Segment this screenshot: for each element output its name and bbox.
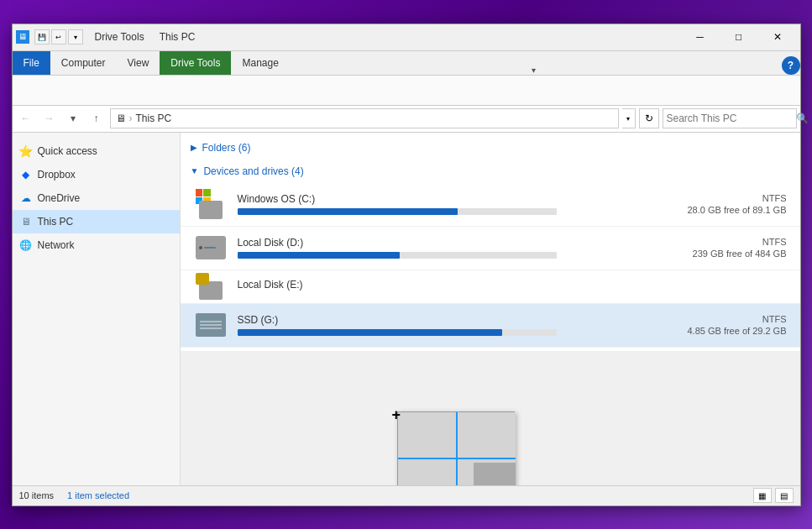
drive-info-e: Local Disk (E:) [238,279,787,294]
qa-dropdown-btn[interactable]: ▾ [68,29,83,45]
path-pc-icon: 🖥 [116,113,126,124]
qa-save-btn[interactable]: 💾 [34,29,50,45]
address-path[interactable]: 🖥 › This PC [110,108,619,128]
file-pane: ▶ Folders (6) ▼ Devices and drives (4) [181,133,800,351]
drive-item-e[interactable]: Local Disk (E:) [181,270,800,304]
view-icons: ▦ ▤ [753,488,794,503]
d-hdd-slot [204,247,216,249]
address-dropdown[interactable]: ▾ [622,108,636,128]
drive-space-d: 239 GB free of 484 GB [661,249,787,259]
progress-fill-d [238,252,401,259]
drive-icon-e [194,270,228,303]
drive-item-c[interactable]: Windows OS (C:) NTFS 28.0 GB free of 89.… [181,183,800,227]
devices-section-header[interactable]: ▼ Devices and drives (4) [181,160,800,183]
tab-view[interactable]: View [117,51,160,75]
drive-fs-c: NTFS [661,193,787,203]
drive-name-g: SSD (G:) [238,314,651,326]
ribbon-chevron[interactable]: ▾ [532,65,536,75]
onedrive-icon: ☁ [19,191,33,205]
d-hdd-body [196,236,226,259]
folders-section-header[interactable]: ▶ Folders (6) [181,136,800,160]
drive-icon-d [194,231,228,264]
sidebar-item-network[interactable]: 🌐 Network [13,233,180,257]
drive-info-g: SSD (G:) [238,314,651,336]
windows-drive-visual [196,189,226,219]
drive-name-c: Windows OS (C:) [238,193,651,205]
network-icon: 🌐 [19,238,33,252]
sidebar-label-quick-access: Quick access [38,145,97,157]
main-content: ⭐ Quick access ◆ Dropbox ☁ OneDrive 🖥 Th… [13,133,800,485]
progress-bg-d [238,252,557,259]
c-hdd-shape [199,201,223,219]
window-icon: 🖥 [16,30,29,44]
title-bar-right: ─ □ ✕ [681,24,797,50]
ssd-line-2 [200,324,222,326]
preview-dark-region [474,463,516,485]
title-bar: 🖥 💾 ↩ ▾ Drive Tools This PC ─ □ ✕ [13,24,800,51]
progress-fill-g [238,329,502,336]
up-button[interactable]: ↑ [86,108,107,128]
tab-manage[interactable]: Manage [231,51,289,75]
star-icon: ⭐ [19,144,33,158]
sidebar-item-onedrive[interactable]: ☁ OneDrive [13,186,180,210]
sidebar-label-this-pc: This PC [38,216,74,228]
sidebar-item-this-pc[interactable]: 🖥 This PC [13,210,180,233]
search-input[interactable] [667,113,793,124]
tab-file[interactable]: File [13,51,50,75]
drive-space-g: 4.85 GB free of 29.2 GB [661,326,787,336]
back-button[interactable]: ← [16,108,36,128]
drive-meta-d: NTFS 239 GB free of 484 GB [661,237,787,259]
items-count: 10 items [19,490,55,500]
sidebar-label-dropbox: Dropbox [38,169,76,181]
win-quad-2 [203,189,211,196]
minimize-button[interactable]: ─ [681,24,720,50]
qa-undo-btn[interactable]: ↩ [51,29,66,45]
file-pane-wrapper: ▶ Folders (6) ▼ Devices and drives (4) [181,133,800,485]
refresh-button[interactable]: ↻ [639,108,659,128]
sidebar: ⭐ Quick access ◆ Dropbox ☁ OneDrive 🖥 Th… [13,133,181,485]
drive-name-e: Local Disk (E:) [238,279,787,291]
sidebar-item-dropbox[interactable]: ◆ Dropbox [13,163,180,186]
preview-popup: (460 , 419) 217, 217, 217 [397,411,515,485]
progress-fill-c [238,208,458,215]
tab-computer[interactable]: Computer [50,51,117,75]
help-button[interactable]: ? [782,56,800,75]
progress-bg-g [238,329,557,336]
drive-info-d: Local Disk (D:) [238,237,651,259]
recent-locations-button[interactable]: ▾ [63,108,83,128]
window-title: This PC [160,31,196,43]
sidebar-label-onedrive: OneDrive [38,192,81,204]
devices-chevron: ▼ [191,166,199,175]
maximize-button[interactable]: □ [720,24,758,50]
status-bar: 10 items 1 item selected ▦ ▤ [13,485,800,505]
ribbon-bar [13,75,800,105]
preview-image [398,412,516,485]
drive-fs-d: NTFS [661,237,787,247]
drive-item-d[interactable]: Local Disk (D:) NTFS 239 GB free of 484 … [181,227,800,270]
ribbon-tabs: File Computer View Drive Tools Manage ▾ … [13,51,800,75]
ssd-line-3 [200,327,222,329]
sidebar-item-quick-access[interactable]: ⭐ Quick access [13,139,180,163]
drive-icon-g [194,308,228,342]
d-drive-visual [196,236,226,259]
view-list-button[interactable]: ▤ [775,488,794,503]
drive-item-g[interactable]: SSD (G:) NTFS 4.85 GB free of 29.2 GB [181,304,800,348]
tab-drive-tools[interactable]: Drive Tools [160,51,231,75]
drive-meta-c: NTFS 28.0 GB free of 89.1 GB [661,193,787,215]
search-icon: 🔍 [796,113,809,124]
close-button[interactable]: ✕ [758,24,797,50]
ssd-line-1 [200,321,222,322]
search-box[interactable]: 🔍 [663,108,797,128]
title-bar-left: 🖥 💾 ↩ ▾ Drive Tools This PC [16,29,681,45]
win-quad-1 [196,189,203,196]
e-hdd-gold [196,273,209,285]
view-tiles-button[interactable]: ▦ [753,488,772,503]
address-bar: ← → ▾ ↑ 🖥 › This PC ▾ ↻ 🔍 [13,106,800,133]
forward-button[interactable]: → [39,108,60,128]
d-hdd-dot [199,246,202,249]
drive-info-c: Windows OS (C:) [238,193,651,215]
ssd-visual [196,313,226,337]
explorer-window: 🖥 💾 ↩ ▾ Drive Tools This PC ─ □ ✕ File C… [12,24,801,506]
path-label: This PC [136,113,172,124]
cursor-plus-indicator: + [392,406,401,424]
